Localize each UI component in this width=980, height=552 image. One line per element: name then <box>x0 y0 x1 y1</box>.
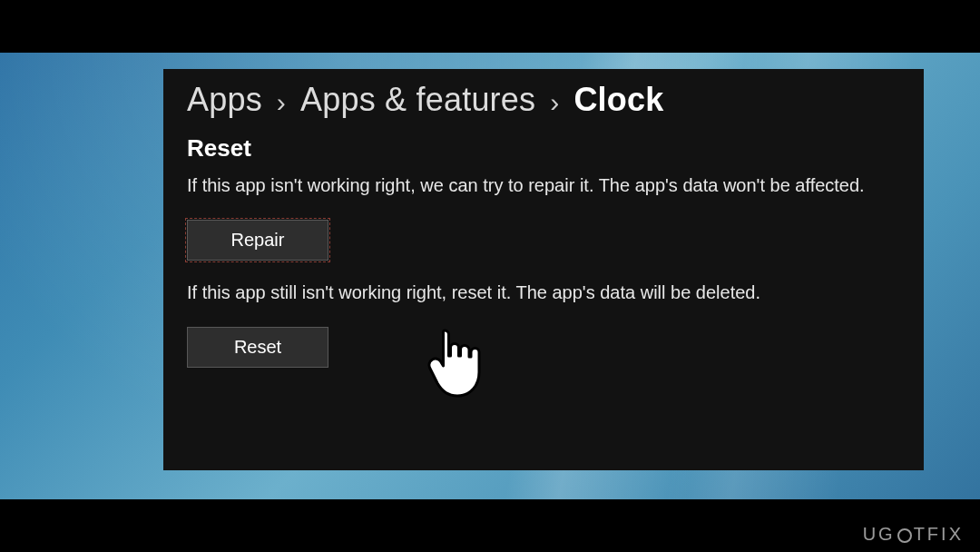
chevron-right-icon: › <box>550 87 559 117</box>
breadcrumb-apps-features[interactable]: Apps & features <box>300 82 535 118</box>
letterbox-bottom <box>0 499 980 552</box>
watermark-ring-icon <box>897 528 912 543</box>
watermark-text-pre: UG <box>863 524 896 545</box>
breadcrumb: Apps › Apps & features › Clock <box>187 82 900 118</box>
repair-description: If this app isn't working right, we can … <box>187 173 886 198</box>
watermark-text-post: TFIX <box>914 524 964 545</box>
reset-heading: Reset <box>187 134 900 163</box>
breadcrumb-clock: Clock <box>573 82 663 118</box>
reset-description: If this app still isn't working right, r… <box>187 281 886 305</box>
breadcrumb-apps[interactable]: Apps <box>187 82 262 118</box>
repair-button[interactable]: Repair <box>187 220 328 261</box>
settings-panel: Apps › Apps & features › Clock Reset If … <box>163 69 924 470</box>
desktop-wallpaper: Apps › Apps & features › Clock Reset If … <box>0 0 980 552</box>
chevron-right-icon: › <box>277 87 286 117</box>
watermark: UG TFIX <box>863 524 964 545</box>
reset-button[interactable]: Reset <box>187 327 328 368</box>
letterbox-top <box>0 0 980 53</box>
